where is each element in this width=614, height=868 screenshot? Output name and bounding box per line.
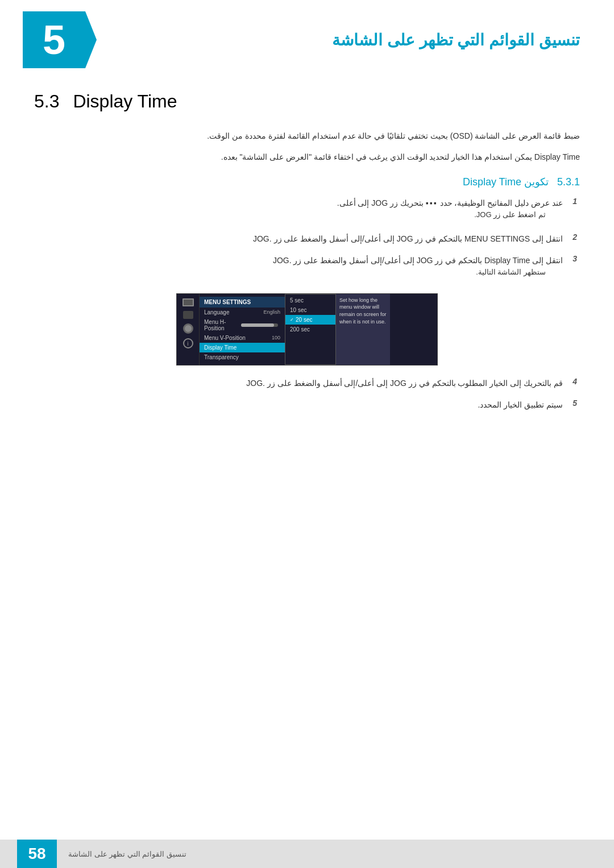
step-5-text: سيتم تطبيق الخيار المحدد. <box>34 398 563 412</box>
step-2-text: انتقل إلى MENU SETTINGS بالتحكم في زر JO… <box>34 232 563 246</box>
osd-menu-header: MENU SETTINGS <box>200 297 285 308</box>
osd-sub-10sec: 10 sec <box>285 305 335 315</box>
osd-main-menu: MENU SETTINGS Language English Menu H-Po… <box>200 294 285 365</box>
osd-item-transparency: Transparency <box>200 352 285 362</box>
step-2: 2 انتقل إلى MENU SETTINGS بالتحكم في زر … <box>34 232 580 246</box>
step-3-text: انتقل إلى Display Time بالتحكم في زر JOG… <box>34 254 563 268</box>
osd-sidebar: i <box>177 294 200 365</box>
step-4-text: قم بالتحريك إلى الخيار المطلوب بالتحكم ف… <box>34 377 563 391</box>
footer-page-number: 58 <box>17 840 57 868</box>
osd-item-language: Language English <box>200 308 285 317</box>
main-content: 5.3 Display Time ضبط قائمة العرض على الش… <box>0 74 614 437</box>
section-name: Display Time <box>73 91 177 111</box>
osd-item-display-time: Display Time <box>200 343 285 352</box>
osd-brightness-icon <box>183 311 193 319</box>
page-footer: 58 تنسيق القوائم التي تظهر على الشاشة <box>0 840 614 868</box>
step-1-subtext: ثم اضغط على زر JOG. <box>34 210 546 219</box>
osd-sub-200sec: 200 sec <box>285 325 335 334</box>
steps-list-2: 4 قم بالتحريك إلى الخيار المطلوب بالتحكم… <box>34 377 580 412</box>
intro-paragraph-2: Display Time يمكن استخدام هذا الخيار لتح… <box>34 150 580 164</box>
page-header: تنسيق القوائم التي تظهر على الشاشة 5 <box>0 0 614 74</box>
step-5-number: 5 <box>563 398 580 408</box>
osd-item-menu-v: Menu V-Position 100 <box>200 333 285 343</box>
step-3-subtext: ستظهر الشاشة التالية. <box>34 268 546 276</box>
step-1: 1 عند عرض دليل المفاتيح الوظيفية، حدد ▪▪… <box>34 197 580 225</box>
osd-settings-icon <box>183 323 193 334</box>
step-3-number: 3 <box>563 254 580 263</box>
footer-chapter-label: تنسيق القوائم التي تظهر على الشاشة <box>68 850 186 858</box>
osd-item-menu-h: Menu H-Position <box>200 317 285 333</box>
step-4-number: 4 <box>563 377 580 386</box>
step-4: 4 قم بالتحريك إلى الخيار المطلوب بالتحكم… <box>34 377 580 391</box>
subsection-title: 5.3.1 تكوين Display Time <box>34 176 580 188</box>
step-3: 3 انتقل إلى Display Time بالتحكم في زر J… <box>34 254 580 282</box>
osd-submenu: 5 sec 10 sec ✓ 20 sec 200 sec <box>285 294 336 365</box>
osd-tooltip: Set how long the menu window will remain… <box>336 294 390 365</box>
osd-monitor-icon <box>182 298 194 306</box>
osd-sub-5sec: 5 sec <box>285 296 335 305</box>
osd-h-slider <box>241 323 278 327</box>
section-number: 5.3 <box>34 91 59 111</box>
osd-sub-20sec: ✓ 20 sec <box>285 315 335 325</box>
section-title: 5.3 Display Time <box>34 91 580 112</box>
step-2-number: 2 <box>563 232 580 242</box>
step-1-number: 1 <box>563 197 580 206</box>
intro-paragraph-1: ضبط قائمة العرض على الشاشة (OSD) بحيث تخ… <box>34 129 580 143</box>
steps-list: 1 عند عرض دليل المفاتيح الوظيفية، حدد ▪▪… <box>34 197 580 281</box>
step-1-text: عند عرض دليل المفاتيح الوظيفية، حدد ▪▪▪ … <box>34 197 563 210</box>
osd-info-icon: i <box>183 338 193 348</box>
osd-screenshot: i MENU SETTINGS Language English Menu H-… <box>176 293 438 366</box>
chapter-title: تنسيق القوائم التي تظهر على الشاشة <box>85 31 591 49</box>
step-5: 5 سيتم تطبيق الخيار المحدد. <box>34 398 580 412</box>
chapter-number: 5 <box>23 11 85 68</box>
